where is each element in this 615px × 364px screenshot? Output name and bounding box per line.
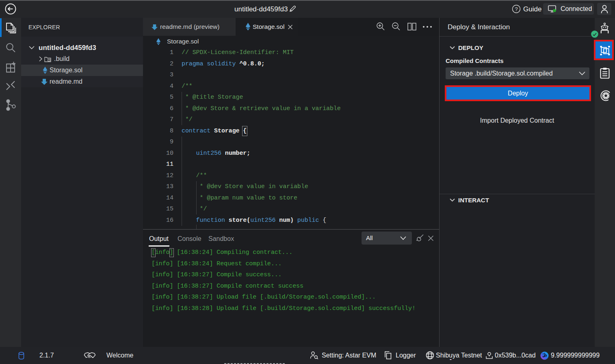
svg-text:?: ? [515,6,518,12]
